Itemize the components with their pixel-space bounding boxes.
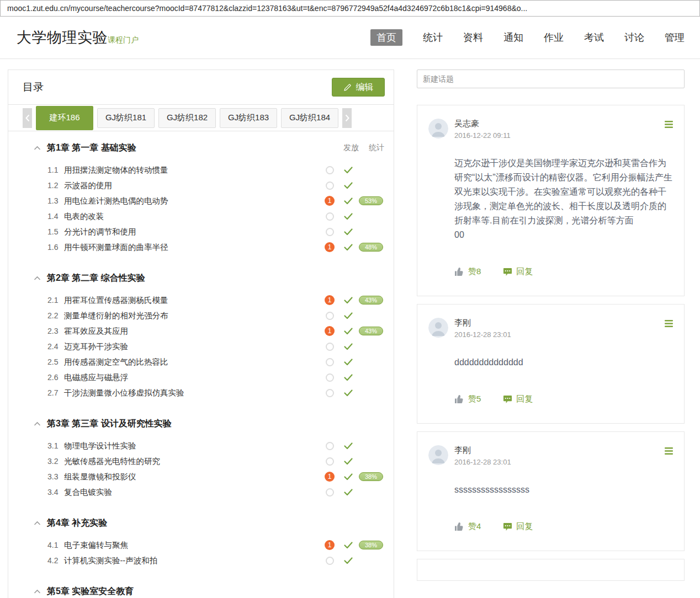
- nav-item-homework[interactable]: 作业: [544, 29, 564, 46]
- section-title[interactable]: 用电位差计测热电偶的电动势: [64, 196, 320, 206]
- issue-circle[interactable]: [326, 442, 334, 450]
- reply-button[interactable]: 回复: [503, 266, 533, 277]
- section-title[interactable]: 用牛顿环测量球面的曲率半径: [64, 242, 320, 253]
- check-icon[interactable]: [344, 489, 353, 496]
- nav-item-materials[interactable]: 资料: [463, 29, 483, 46]
- issue-circle[interactable]: [326, 212, 334, 221]
- section-title[interactable]: 迈克耳孙干涉实验: [64, 341, 320, 352]
- collapse-icon[interactable]: [34, 589, 41, 594]
- check-icon[interactable]: [344, 328, 353, 335]
- check-icon[interactable]: [344, 557, 353, 564]
- check-icon[interactable]: [344, 343, 353, 350]
- author-name[interactable]: 吴志豪: [454, 119, 511, 129]
- issue-circle[interactable]: [326, 488, 334, 496]
- class-tab-0[interactable]: 建环186: [36, 106, 93, 130]
- class-tab-3[interactable]: GJ纺织183: [220, 108, 277, 128]
- percent-pill[interactable]: 48%: [359, 243, 383, 252]
- section-title[interactable]: 计算机实测实验--声波和拍: [64, 556, 320, 566]
- menu-icon[interactable]: [665, 121, 673, 128]
- menu-icon[interactable]: [665, 447, 673, 455]
- check-icon[interactable]: [344, 389, 353, 397]
- nav-item-manage[interactable]: 管理: [665, 29, 685, 46]
- check-icon[interactable]: [344, 359, 353, 366]
- check-icon[interactable]: [344, 442, 353, 450]
- check-icon[interactable]: [344, 197, 353, 205]
- section-title[interactable]: 分光计的调节和使用: [64, 227, 320, 237]
- edit-button[interactable]: 编辑: [332, 78, 385, 97]
- collapse-icon[interactable]: [34, 146, 41, 151]
- like-button[interactable]: 赞4: [454, 521, 481, 532]
- nav-item-stats[interactable]: 统计: [423, 29, 443, 46]
- section-title[interactable]: 用霍耳位置传感器测杨氏模量: [64, 295, 320, 306]
- issue-circle[interactable]: [326, 166, 334, 174]
- check-icon[interactable]: [344, 542, 353, 549]
- section-title[interactable]: 霍耳效应及其应用: [64, 326, 320, 337]
- nav-item-discussion[interactable]: 讨论: [624, 29, 644, 46]
- check-icon[interactable]: [344, 312, 353, 319]
- issue-count-badge[interactable]: 1: [325, 326, 335, 336]
- check-icon[interactable]: [344, 228, 353, 236]
- issue-count-badge[interactable]: 1: [325, 196, 335, 206]
- issue-circle[interactable]: [326, 228, 334, 236]
- collapse-icon[interactable]: [34, 421, 41, 426]
- section-title[interactable]: 物理电学设计性实验: [64, 441, 320, 451]
- issue-count-badge[interactable]: 1: [325, 242, 335, 252]
- section-title[interactable]: 干涉法测量微小位移虚拟仿真实验: [64, 388, 320, 398]
- issue-circle[interactable]: [326, 343, 334, 351]
- collapse-icon[interactable]: [34, 276, 41, 281]
- section-title[interactable]: 电子束偏转与聚焦: [64, 540, 320, 551]
- section-title[interactable]: 光敏传感器光电特性的研究: [64, 456, 320, 467]
- section-title[interactable]: 用传感器测定空气的比热容比: [64, 357, 320, 367]
- check-icon[interactable]: [344, 213, 353, 220]
- browser-address-bar[interactable]: mooc1.zut.edu.cn/mycourse/teachercourse?…: [0, 0, 700, 17]
- check-icon[interactable]: [344, 182, 353, 189]
- issue-circle[interactable]: [326, 358, 334, 366]
- issue-count-badge[interactable]: 1: [325, 295, 335, 305]
- nav-item-home[interactable]: 首页: [370, 29, 402, 46]
- section-title[interactable]: 用扭摆法测定物体的转动惯量: [64, 165, 320, 175]
- author-name[interactable]: 李刚: [454, 445, 511, 456]
- percent-pill[interactable]: 38%: [359, 472, 383, 481]
- section-title[interactable]: 电磁感应与磁悬浮: [64, 372, 320, 383]
- class-tab-2[interactable]: GJ纺织182: [158, 108, 216, 128]
- issue-circle[interactable]: [326, 312, 334, 320]
- nav-item-exam[interactable]: 考试: [584, 29, 604, 46]
- class-tab-4[interactable]: GJ纺织184: [281, 108, 338, 128]
- column-header-issue: 发放: [343, 143, 359, 153]
- tab-scroll-left-button[interactable]: [23, 108, 32, 128]
- check-icon[interactable]: [344, 244, 353, 251]
- issue-circle[interactable]: [326, 389, 334, 397]
- nav-item-notice[interactable]: 通知: [503, 29, 523, 46]
- new-topic-input[interactable]: [417, 70, 685, 88]
- check-icon[interactable]: [344, 167, 353, 174]
- section-title[interactable]: 测量单缝衍射的相对光强分布: [64, 311, 320, 321]
- class-tab-1[interactable]: GJ纺织181: [97, 108, 155, 128]
- section-title[interactable]: 组装显微镜和投影仪: [64, 472, 320, 482]
- like-button[interactable]: 赞8: [454, 266, 481, 277]
- issue-circle[interactable]: [326, 181, 334, 190]
- check-icon[interactable]: [344, 297, 353, 304]
- issue-count-badge[interactable]: 1: [325, 540, 335, 550]
- issue-circle[interactable]: [326, 457, 334, 466]
- section-title[interactable]: 电表的改装: [64, 211, 320, 222]
- tab-scroll-right-button[interactable]: [342, 108, 352, 128]
- collapse-icon[interactable]: [34, 521, 41, 526]
- percent-pill[interactable]: 43%: [359, 327, 383, 335]
- like-button[interactable]: 赞5: [454, 394, 481, 404]
- check-icon[interactable]: [344, 473, 353, 480]
- percent-pill[interactable]: 43%: [359, 296, 383, 305]
- thumbs-up-icon: [454, 522, 464, 531]
- check-icon[interactable]: [344, 458, 353, 465]
- issue-count-badge[interactable]: 1: [325, 472, 335, 482]
- check-icon[interactable]: [344, 374, 353, 381]
- reply-button[interactable]: 回复: [503, 394, 533, 404]
- issue-circle[interactable]: [326, 557, 334, 565]
- percent-pill[interactable]: 53%: [359, 196, 383, 205]
- section-title[interactable]: 复合电镀实验: [64, 487, 320, 498]
- author-name[interactable]: 李刚: [454, 318, 511, 328]
- reply-button[interactable]: 回复: [503, 521, 533, 532]
- percent-pill[interactable]: 38%: [359, 541, 383, 549]
- menu-icon[interactable]: [665, 320, 673, 327]
- issue-circle[interactable]: [326, 373, 334, 382]
- section-title[interactable]: 示波器的使用: [64, 180, 320, 191]
